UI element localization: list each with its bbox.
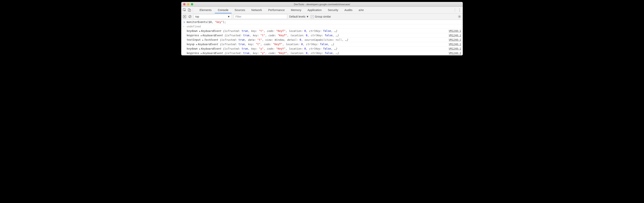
device-toolbar-icon[interactable] xyxy=(188,8,191,12)
sidebar-toggle-icon[interactable] xyxy=(183,15,186,18)
event-class: KeyboardEvent xyxy=(202,34,224,37)
group-similar-label: Group similar xyxy=(315,15,331,18)
log-content: textInput ▶TextEvent {isTrusted: true, d… xyxy=(187,38,348,41)
prop-value: false xyxy=(325,52,332,55)
tab-network[interactable]: Network xyxy=(248,7,265,13)
prop-value: true xyxy=(238,43,245,46)
tab-security[interactable]: Security xyxy=(325,7,341,13)
filter-input[interactable]: Filter xyxy=(234,14,287,19)
svg-line-5 xyxy=(189,16,191,18)
prop-value: false xyxy=(325,34,332,37)
console-log-line: keyup ▶KeyboardEvent {isTrusted: true, k… xyxy=(181,42,463,47)
prop-value: 0 xyxy=(301,43,303,46)
tab-performance[interactable]: Performance xyxy=(265,7,288,13)
console-log-line: textInput ▶TextEvent {isTrusted: true, d… xyxy=(181,38,463,42)
gear-icon[interactable] xyxy=(458,15,461,18)
prop-key: code: xyxy=(267,29,276,33)
log-content: keyup ▶KeyboardEvent {isTrusted: true, k… xyxy=(187,43,334,46)
prop-key: isTrusted: xyxy=(221,38,238,41)
svg-line-14 xyxy=(460,16,460,16)
prop-key: location: xyxy=(290,52,306,55)
prop-value: false xyxy=(320,43,328,46)
prop-key: isTrusted: xyxy=(224,29,242,33)
expand-triangle-icon[interactable]: ▶ xyxy=(199,30,200,33)
group-similar-toggle[interactable]: ✓ Group similar xyxy=(311,15,331,18)
expand-triangle-icon[interactable]: ▶ xyxy=(201,34,202,37)
console-output: ❯ monitorEvents($0, "key"); <· undefined… xyxy=(181,20,463,55)
window-title: DevTools - developers.google.com/web/sho… xyxy=(181,3,463,6)
prop-key: key: xyxy=(248,43,256,46)
prop-key: key: xyxy=(251,47,259,50)
log-content: keydown ▶KeyboardEvent {isTrusted: true,… xyxy=(187,47,337,50)
prop-key: isTrusted: xyxy=(221,43,238,46)
prop-value: true xyxy=(242,47,248,50)
console-toolbar: top ▼ Filter Default levels ▼ ✓ Group si… xyxy=(181,14,463,20)
prop-key: key: xyxy=(252,34,260,37)
prop-value: "KeyT" xyxy=(276,29,286,33)
tab-audits[interactable]: Audits xyxy=(341,7,356,13)
source-link[interactable]: VM1240:1 xyxy=(445,38,461,41)
execution-context-label: top xyxy=(195,15,199,18)
prop-value: "t" xyxy=(259,29,264,33)
console-input-text: monitorEvents($0, "key"); xyxy=(187,21,226,24)
prop-key: isTrusted: xyxy=(224,47,242,50)
execution-context-select[interactable]: top ▼ xyxy=(194,14,232,19)
tab-memory[interactable]: Memory xyxy=(288,7,304,13)
prop-value: "KeyY" xyxy=(278,52,287,55)
clear-console-icon[interactable] xyxy=(188,15,192,18)
prop-value: "KeyT" xyxy=(278,34,287,37)
prop-key: location: xyxy=(286,43,301,46)
prop-key: key: xyxy=(252,52,260,55)
checkbox-icon: ✓ xyxy=(311,15,314,18)
source-link[interactable]: VM1240:1 xyxy=(445,52,461,55)
tab-elements[interactable]: Elements xyxy=(196,7,215,13)
prop-value: null xyxy=(336,38,342,41)
chevron-down-icon: ▼ xyxy=(227,15,230,18)
tab-application[interactable]: Application xyxy=(304,7,325,13)
expand-triangle-icon[interactable]: ▶ xyxy=(196,43,198,46)
minimize-icon[interactable] xyxy=(187,3,189,6)
source-link[interactable]: VM1240:1 xyxy=(445,43,461,46)
log-levels-select[interactable]: Default levels ▼ xyxy=(289,15,309,18)
tab-axe[interactable]: aXe xyxy=(356,7,367,13)
source-link[interactable]: VM1240:1 xyxy=(445,34,461,37)
event-class: KeyboardEvent xyxy=(202,52,224,55)
prop-key: location: xyxy=(290,34,306,37)
zoom-icon[interactable] xyxy=(191,3,193,6)
console-result-text: undefined xyxy=(187,25,201,28)
console-log-line: keypress ▶KeyboardEvent {isTrusted: true… xyxy=(181,51,463,55)
svg-point-6 xyxy=(459,16,460,17)
prop-key: code: xyxy=(267,47,276,50)
prop-key: code: xyxy=(264,43,273,46)
source-link[interactable]: VM1240:1 xyxy=(445,47,461,50)
tab-console[interactable]: Console xyxy=(215,7,232,13)
console-result-line: <· undefined xyxy=(181,24,463,29)
prop-value: false xyxy=(323,29,331,33)
prop-key: code: xyxy=(268,34,278,37)
expand-triangle-icon[interactable]: ▶ xyxy=(201,52,202,55)
event-class: TextEvent xyxy=(204,38,220,41)
prop-key: ctrlKey: xyxy=(309,47,323,50)
log-levels-label: Default levels xyxy=(289,15,306,18)
prop-value: Window xyxy=(274,38,284,41)
prop-value: "y" xyxy=(260,52,265,55)
prop-key: key: xyxy=(251,29,259,33)
console-input-line[interactable]: ❯ monitorEvents($0, "key"); xyxy=(181,20,463,24)
svg-line-11 xyxy=(458,16,459,16)
prop-value: "t" xyxy=(256,43,260,46)
prop-value: true xyxy=(242,29,248,33)
log-content: keydown ▶KeyboardEvent {isTrusted: true,… xyxy=(187,29,337,33)
log-content: keypress ▶KeyboardEvent {isTrusted: true… xyxy=(187,34,339,37)
console-log-line: keydown ▶KeyboardEvent {isTrusted: true,… xyxy=(181,47,463,51)
prop-key: sourceCapabilities: xyxy=(304,38,336,41)
source-link[interactable]: VM1240:1 xyxy=(445,29,461,33)
expand-triangle-icon[interactable]: ▶ xyxy=(202,39,204,41)
expand-triangle-icon[interactable]: ▶ xyxy=(199,48,200,50)
prop-key: location: xyxy=(289,29,304,33)
prop-key: ctrlKey: xyxy=(310,52,325,55)
close-icon[interactable] xyxy=(183,3,186,6)
svg-line-12 xyxy=(460,17,460,18)
inspect-element-icon[interactable] xyxy=(183,8,186,12)
tab-sources[interactable]: Sources xyxy=(232,7,248,13)
kebab-menu-icon[interactable]: ⋮ xyxy=(458,8,461,12)
